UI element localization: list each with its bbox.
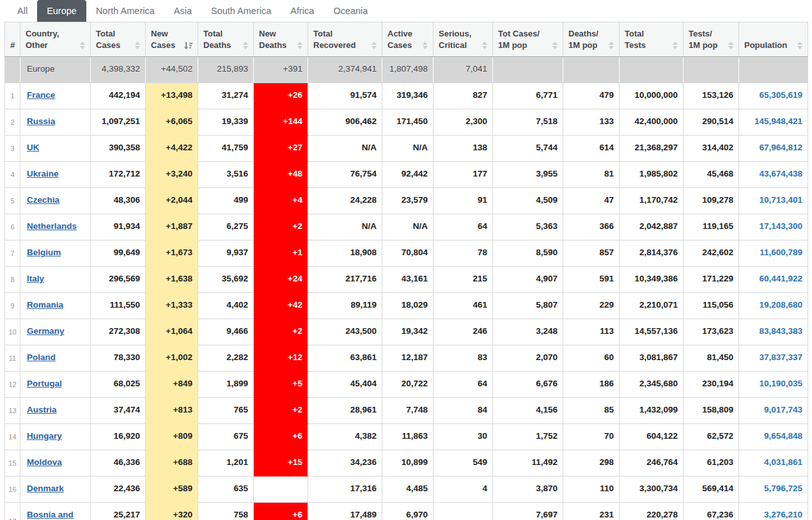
total-deaths-cell: 3,516: [198, 162, 254, 188]
active-cases-cell: 19,342: [382, 319, 433, 345]
country-link[interactable]: Moldova: [27, 457, 62, 467]
country-link[interactable]: Portugal: [27, 379, 62, 388]
population-link[interactable]: 43,674,438: [739, 162, 808, 188]
col-label: 1M pop: [498, 40, 527, 51]
col-header-deaths-per-1m[interactable]: Deaths/1M pop: [563, 22, 620, 57]
tab-oceania[interactable]: Oceania: [324, 0, 377, 22]
tests-per-1m-cell: 230,194: [683, 372, 739, 398]
total-tests-cell: 42,400,000: [620, 109, 683, 136]
population-link[interactable]: 5,796,725: [739, 477, 808, 503]
population-link[interactable]: 19,208,680: [739, 293, 808, 319]
country-link[interactable]: Belgium: [27, 248, 61, 257]
population-link[interactable]: 11,600,789: [739, 240, 808, 267]
population-link[interactable]: 3,276,210: [739, 503, 808, 520]
tab-europe[interactable]: Europe: [37, 0, 86, 22]
country-link[interactable]: Netherlands: [27, 221, 77, 231]
population-link[interactable]: 145,948,421: [739, 109, 808, 136]
col-header-population[interactable]: Population: [739, 22, 808, 57]
sort-icon[interactable]: [295, 42, 302, 49]
new-cases-cell: +1,887: [146, 214, 198, 240]
country-link[interactable]: Denmark: [27, 484, 64, 493]
country-link[interactable]: Germany: [27, 326, 65, 336]
population-link[interactable]: 60,441,922: [739, 267, 808, 293]
new-deaths-cell: +5: [254, 372, 308, 398]
col-header-total-cases[interactable]: TotalCases: [91, 22, 146, 57]
sort-icon[interactable]: [132, 42, 140, 49]
country-link[interactable]: Ukraine: [27, 169, 59, 178]
serious-critical-cell: 83: [433, 345, 493, 372]
population-link[interactable]: 83,843,383: [739, 319, 808, 345]
population-link[interactable]: 10,190,035: [739, 372, 808, 398]
total-tests-cell: [620, 57, 683, 83]
population-link[interactable]: 10,713,401: [739, 188, 808, 214]
country-link[interactable]: Romania: [27, 300, 63, 310]
cases-per-1m-cell: 7,697: [493, 503, 563, 520]
deaths-per-1m-cell: 133: [563, 109, 620, 136]
tests-per-1m-cell: 81,450: [683, 345, 739, 372]
country-link[interactable]: Austria: [27, 405, 57, 414]
active-cases-cell: 1,807,498: [382, 57, 433, 83]
col-header-new-cases[interactable]: NewCases: [146, 22, 198, 57]
col-header-total-tests[interactable]: TotalTests: [620, 22, 683, 57]
col-header-cases-per-1m[interactable]: Tot Cases/1M pop: [493, 22, 563, 57]
sort-descending-icon[interactable]: [182, 42, 192, 50]
sort-icon[interactable]: [480, 42, 487, 49]
rank-cell: 6: [5, 214, 20, 240]
sort-icon[interactable]: [369, 42, 377, 49]
population-link[interactable]: 9,654,848: [739, 424, 808, 450]
col-header-new-deaths[interactable]: NewDeaths: [254, 22, 308, 57]
col-header-country[interactable]: Country,Other: [20, 22, 91, 57]
sort-icon[interactable]: [726, 42, 733, 49]
tab-asia[interactable]: Asia: [164, 0, 201, 22]
col-header-serious-critical[interactable]: Serious,Critical: [433, 22, 493, 57]
country-link[interactable]: Russia: [27, 116, 55, 126]
country-cell: Czechia: [20, 188, 91, 214]
cases-per-1m-cell: 8,590: [493, 240, 563, 267]
country-link[interactable]: UK: [27, 143, 40, 152]
rank-cell: 16: [5, 477, 20, 503]
col-label: New: [259, 28, 302, 40]
rank-cell: 1: [5, 83, 20, 109]
col-header-total-recovered[interactable]: TotalRecovered: [308, 22, 382, 57]
sort-icon[interactable]: [420, 42, 428, 49]
col-header-active-cases[interactable]: ActiveCases: [382, 22, 433, 57]
country-link[interactable]: Poland: [27, 352, 56, 362]
population-link[interactable]: 4,031,861: [739, 450, 808, 477]
tab-south-america[interactable]: South America: [201, 0, 281, 22]
country-link[interactable]: Italy: [27, 274, 44, 283]
population-link[interactable]: 9,017,743: [739, 398, 808, 424]
country-link[interactable]: France: [27, 90, 55, 100]
country-link[interactable]: Hungary: [27, 431, 62, 441]
col-header-total-deaths[interactable]: TotalDeaths: [198, 22, 254, 57]
tests-per-1m-cell: 45,468: [683, 162, 739, 188]
country-link[interactable]: Czechia: [27, 195, 59, 205]
sort-icon[interactable]: [550, 42, 558, 49]
serious-critical-cell: 64: [433, 372, 493, 398]
sort-icon[interactable]: [77, 42, 85, 49]
new-deaths-cell: +15: [254, 450, 308, 477]
total-deaths-cell: 635: [198, 477, 254, 503]
country-link[interactable]: Bosnia and Herzegovina: [27, 510, 78, 520]
population-link[interactable]: 67,964,812: [739, 136, 808, 162]
tab-north-america[interactable]: North America: [86, 0, 164, 22]
col-label: Cases: [387, 40, 412, 51]
sort-icon[interactable]: [670, 42, 678, 49]
new-deaths-cell: +2: [254, 214, 308, 240]
tests-per-1m-cell: 569,414: [683, 477, 739, 503]
population-link[interactable]: 65,305,619: [739, 83, 808, 109]
col-header-tests-per-1m[interactable]: Tests/1M pop: [683, 22, 739, 57]
country-cell: Poland: [20, 345, 91, 372]
sort-icon[interactable]: [240, 42, 248, 49]
active-cases-cell: 12,187: [382, 345, 433, 372]
sort-icon[interactable]: [795, 42, 802, 49]
sort-icon[interactable]: [606, 42, 614, 49]
tests-per-1m-cell: 158,809: [683, 398, 739, 424]
tab-africa[interactable]: Africa: [281, 0, 324, 22]
col-label: Critical: [439, 40, 467, 51]
population-link[interactable]: 37,837,337: [739, 345, 808, 372]
active-cases-cell: 23,579: [382, 188, 433, 214]
new-deaths-cell: +42: [254, 293, 308, 319]
population-link[interactable]: 17,143,300: [739, 214, 808, 240]
rank-cell: 13: [5, 398, 20, 424]
tab-all[interactable]: All: [8, 0, 37, 22]
